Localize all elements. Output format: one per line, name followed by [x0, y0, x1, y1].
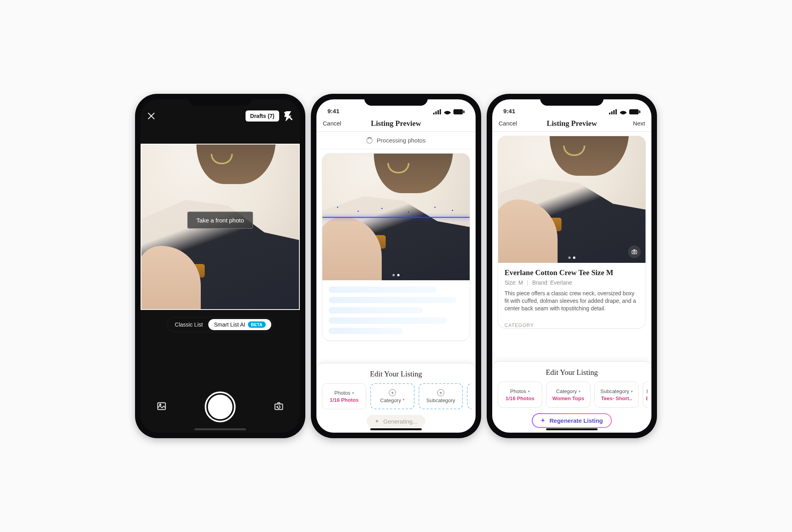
photos-count: 1/16 Photos	[330, 397, 359, 403]
svg-rect-7	[440, 109, 441, 114]
chip-category[interactable]: + Category*	[370, 383, 415, 409]
status-icons	[433, 109, 465, 114]
processing-row: Processing photos	[316, 132, 476, 149]
signal-icon	[433, 109, 442, 114]
phone-frame-3: 9:41 Cancel Listing Preview Next	[487, 94, 657, 438]
svg-rect-5	[435, 111, 436, 114]
status-icons	[609, 109, 640, 114]
page-title: Listing Preview	[371, 119, 421, 128]
regenerate-listing-button[interactable]: Regenerate Listing	[532, 413, 611, 428]
shutter-button[interactable]	[205, 391, 236, 422]
add-icon: +	[437, 389, 444, 396]
svg-rect-15	[639, 110, 640, 113]
chip-category[interactable]: Category▾ Women Tops	[546, 382, 590, 408]
signal-icon	[609, 109, 618, 114]
chip-subcategory[interactable]: Subcategory▾ Tees- Short..	[594, 382, 639, 408]
home-indicator	[546, 428, 598, 430]
phone-frame-2: 9:41 Cancel Listing Preview Processing p…	[311, 94, 481, 438]
next-button[interactable]: Next	[621, 120, 645, 127]
processing-label: Processing photos	[377, 137, 425, 144]
sparkle-icon	[541, 418, 546, 424]
battery-icon	[453, 109, 465, 114]
status-time: 9:41	[327, 108, 339, 114]
mode-smart-label: Smart List AI	[214, 321, 245, 328]
home-indicator	[194, 428, 246, 430]
chip-photos[interactable]: Photos▾ 1/16 Photos	[498, 382, 542, 408]
sheet-title: Edit Your Listing	[320, 370, 472, 378]
flip-camera-icon[interactable]	[274, 401, 284, 413]
photo-pagination-dots	[392, 274, 400, 276]
chip-subcategory[interactable]: + Subcategory	[419, 383, 463, 409]
loading-skeleton	[322, 280, 470, 340]
listing-card: Everlane Cotton Crew Tee Size M Size: M …	[498, 136, 646, 329]
battery-icon	[629, 109, 640, 114]
svg-rect-9	[463, 110, 465, 113]
listing-meta: Size: M | Brand: Everlane	[505, 279, 639, 286]
svg-rect-3	[275, 404, 283, 410]
listing-description: This piece offers a classic crew neck, o…	[505, 290, 639, 312]
instruction-overlay: Take a front photo	[187, 212, 253, 229]
phone-frame-1: Drafts (7) Take a front photo	[135, 94, 305, 438]
flash-off-icon[interactable]	[283, 111, 293, 121]
gallery-icon[interactable]	[156, 401, 167, 413]
camera-viewfinder: Take a front photo	[141, 144, 300, 310]
listing-title: Everlane Cotton Crew Tee Size M	[505, 268, 639, 277]
photos-count: 1/16 Photos	[506, 395, 535, 401]
mode-smart-ai[interactable]: Smart List AI BETA	[208, 319, 271, 330]
camera-screen: Drafts (7) Take a front photo	[141, 99, 300, 433]
chevron-down-icon: ▾	[528, 389, 530, 393]
svg-rect-10	[609, 113, 610, 114]
listing-preview-ready-screen: 9:41 Cancel Listing Preview Next	[492, 99, 651, 433]
close-icon[interactable]	[147, 112, 156, 120]
sparkle-icon	[375, 419, 380, 424]
chip-overflow[interactable]: B	[467, 383, 472, 409]
svg-rect-12	[613, 110, 615, 114]
svg-rect-14	[629, 109, 639, 114]
add-icon: +	[389, 389, 396, 396]
cancel-button[interactable]: Cancel	[499, 120, 522, 127]
status-time: 9:41	[503, 108, 515, 114]
chevron-down-icon: ▾	[631, 389, 633, 393]
scan-line	[322, 217, 470, 218]
mode-classic[interactable]: Classic List	[169, 319, 208, 330]
chip-photos[interactable]: Photos▾ 1/16 Photos	[322, 383, 366, 409]
chevron-down-icon: ▾	[352, 391, 354, 395]
retake-photo-icon[interactable]	[628, 245, 641, 258]
wifi-icon	[444, 109, 451, 114]
svg-point-2	[160, 404, 161, 405]
page-title: Listing Preview	[547, 119, 597, 128]
device-notch	[188, 94, 252, 106]
svg-point-17	[634, 251, 636, 253]
subcategory-value: Tees- Short..	[601, 395, 632, 401]
listing-preview-processing-screen: 9:41 Cancel Listing Preview Processing p…	[316, 99, 476, 433]
cancel-button[interactable]: Cancel	[323, 120, 346, 127]
sheet-title: Edit Your Listing	[496, 368, 647, 377]
chevron-down-icon: ▾	[579, 389, 581, 393]
listing-photo[interactable]	[498, 136, 645, 263]
svg-rect-4	[433, 113, 434, 114]
wifi-icon	[619, 109, 627, 114]
category-heading: CATEGORY	[505, 323, 639, 328]
spinner-icon	[366, 137, 373, 144]
edit-listing-sheet: Edit Your Listing Photos▾ 1/16 Photos + …	[316, 363, 476, 433]
photo-pagination-dots	[568, 256, 575, 259]
device-notch	[364, 94, 428, 106]
listing-photo[interactable]	[322, 154, 470, 280]
category-value: Women Tops	[552, 395, 584, 401]
drafts-button[interactable]: Drafts (7)	[246, 110, 279, 122]
svg-rect-6	[438, 110, 439, 114]
device-notch	[540, 94, 604, 106]
home-indicator	[370, 428, 422, 430]
svg-rect-8	[453, 109, 463, 114]
beta-badge: BETA	[248, 321, 266, 328]
listing-card	[322, 153, 470, 341]
generating-button: Generating...	[367, 415, 426, 428]
svg-rect-11	[611, 111, 612, 114]
mode-toggle: Classic List Smart List AI BETA	[141, 317, 300, 332]
chip-brand-partial[interactable]: Br Ev	[643, 382, 647, 408]
edit-listing-sheet: Edit Your Listing Photos▾ 1/16 Photos Ca…	[492, 361, 651, 433]
svg-rect-13	[615, 109, 617, 114]
